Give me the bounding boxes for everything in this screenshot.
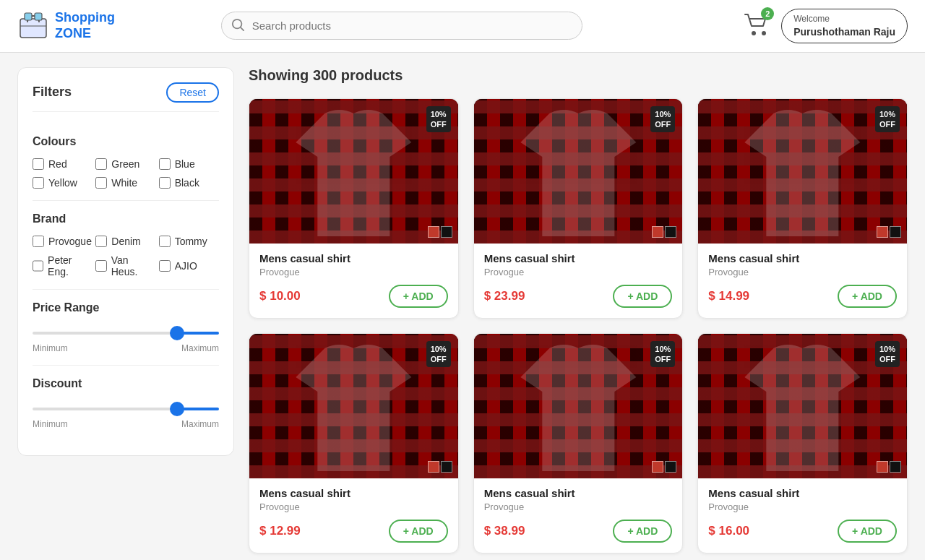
welcome-label: Welcome [793, 14, 895, 25]
price-range-title: Price Range [33, 301, 219, 314]
discount-max-label: Maximum [181, 419, 219, 429]
products-area: Showing 300 products 10% OFF [249, 67, 908, 553]
cart-button[interactable]: 2 [744, 12, 770, 40]
colour-white[interactable]: White [95, 177, 155, 189]
color-swatches [428, 226, 452, 238]
color-swatch [877, 226, 888, 238]
product-price: $ 16.00 [708, 524, 749, 538]
color-swatch [890, 226, 901, 238]
logo: Shopping ZONE [17, 10, 133, 42]
product-brand: Provogue [259, 501, 448, 512]
product-info: Mens casual shirt Provogue $ 23.99 + ADD [474, 244, 683, 318]
product-image-wrap: 10% OFF [698, 334, 907, 478]
color-swatch [441, 461, 452, 473]
product-info: Mens casual shirt Provogue $ 16.00 + ADD [698, 478, 907, 553]
brand-section: Brand Provogue Denim Tommy Peter Eng. Va… [33, 201, 219, 290]
color-swatch [665, 461, 676, 473]
logo-icon [17, 10, 49, 42]
product-footer: $ 23.99 + ADD [484, 285, 673, 308]
discount-title: Discount [33, 377, 219, 390]
product-price: $ 12.99 [259, 524, 301, 538]
product-image-wrap: 10% OFF [249, 99, 458, 244]
color-swatch [890, 461, 901, 473]
colour-red[interactable]: Red [33, 158, 92, 170]
user-welcome: Welcome Purushothaman Raju [781, 9, 908, 43]
product-footer: $ 12.99 + ADD [259, 520, 448, 543]
color-swatch [428, 226, 439, 238]
brand-peter[interactable]: Peter Eng. [33, 254, 92, 277]
add-to-cart-button[interactable]: + ADD [389, 520, 448, 543]
product-card: 10% OFF Mens casual shirt Provogue $ 38.… [473, 333, 684, 553]
product-name: Mens casual shirt [259, 252, 448, 264]
color-swatches [428, 461, 452, 473]
product-price: $ 14.99 [708, 289, 749, 303]
add-to-cart-button[interactable]: + ADD [389, 285, 448, 308]
brand-ajio[interactable]: AJIO [159, 254, 219, 277]
products-count: Showing 300 products [249, 67, 908, 84]
brand-provogue[interactable]: Provogue [33, 236, 92, 247]
price-range-slider-wrap: Minimum Maximum [33, 324, 219, 353]
color-swatch [652, 461, 663, 473]
search-icon [231, 18, 244, 34]
products-grid: 10% OFF Mens casual shirt Provogue $ 10.… [249, 98, 908, 553]
sidebar: Filters Reset Colours Red Green Blue Yel… [17, 67, 234, 456]
product-info: Mens casual shirt Provogue $ 38.99 + ADD [474, 478, 683, 553]
add-to-cart-button[interactable]: + ADD [613, 285, 672, 308]
product-card: 10% OFF Mens casual shirt Provogue $ 14.… [697, 98, 908, 319]
filters-title: Filters [33, 85, 72, 100]
brand-vanheusen[interactable]: Van Heus. [95, 254, 155, 277]
discount-badge: 10% OFF [426, 106, 451, 133]
product-name: Mens casual shirt [708, 487, 897, 499]
brand-denim[interactable]: Denim [95, 236, 155, 247]
price-max-label: Maximum [181, 343, 219, 353]
main-layout: Filters Reset Colours Red Green Blue Yel… [0, 53, 925, 560]
colour-green[interactable]: Green [95, 158, 155, 170]
discount-slider[interactable] [33, 408, 219, 410]
product-image-wrap: 10% OFF [474, 334, 683, 478]
svg-point-7 [752, 31, 756, 35]
colour-yellow[interactable]: Yellow [33, 177, 92, 189]
product-brand: Provogue [484, 267, 673, 277]
svg-rect-2 [35, 13, 42, 20]
svg-line-5 [241, 27, 244, 30]
price-range-slider[interactable] [33, 332, 219, 335]
discount-badge: 10% OFF [875, 341, 900, 368]
header-right: 2 Welcome Purushothaman Raju [744, 9, 908, 43]
discount-badge: 10% OFF [650, 341, 675, 368]
product-brand: Provogue [484, 501, 673, 512]
product-brand: Provogue [708, 501, 897, 512]
colour-blue[interactable]: Blue [159, 158, 219, 170]
brand-grid: Provogue Denim Tommy Peter Eng. Van Heus… [33, 236, 219, 277]
product-price: $ 38.99 [484, 524, 525, 538]
brand-tommy[interactable]: Tommy [159, 236, 219, 247]
product-footer: $ 38.99 + ADD [484, 520, 673, 543]
add-to-cart-button[interactable]: + ADD [838, 520, 897, 543]
svg-rect-1 [25, 13, 32, 20]
logo-line2: ZONE [55, 26, 115, 42]
brand-title: Brand [33, 212, 219, 225]
color-swatch [441, 226, 452, 238]
discount-badge: 10% OFF [875, 106, 900, 133]
add-to-cart-button[interactable]: + ADD [838, 285, 897, 308]
color-swatches [877, 461, 901, 473]
discount-min-label: Minimum [33, 419, 68, 429]
product-info: Mens casual shirt Provogue $ 14.99 + ADD [698, 244, 907, 318]
color-swatches [652, 461, 676, 473]
product-card: 10% OFF Mens casual shirt Provogue $ 12.… [249, 333, 459, 553]
colours-title: Colours [33, 135, 219, 148]
colours-section: Colours Red Green Blue Yellow White Blac… [33, 124, 219, 201]
user-name: Purushothaman Raju [793, 25, 895, 38]
logo-line1: Shopping [55, 10, 115, 26]
colour-black[interactable]: Black [159, 177, 219, 189]
product-brand: Provogue [259, 267, 448, 277]
reset-button[interactable]: Reset [166, 82, 219, 103]
product-image-wrap: 10% OFF [698, 99, 907, 244]
color-swatch [877, 461, 888, 473]
add-to-cart-button[interactable]: + ADD [613, 520, 672, 543]
product-card: 10% OFF Mens casual shirt Provogue $ 23.… [473, 98, 684, 319]
search-input[interactable] [221, 12, 582, 40]
discount-badge: 10% OFF [426, 341, 451, 368]
product-name: Mens casual shirt [259, 487, 448, 499]
price-range-section: Price Range Minimum Maximum [33, 290, 219, 366]
color-swatches [877, 226, 901, 238]
